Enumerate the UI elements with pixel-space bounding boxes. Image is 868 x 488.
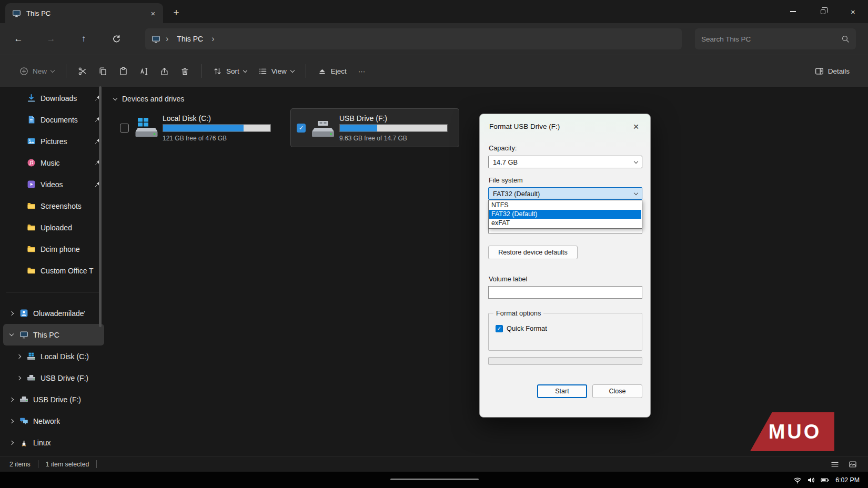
quick-format-checkbox[interactable]: ✓ — [496, 325, 503, 332]
dialog-title: Format USB Drive (F:) — [489, 123, 560, 130]
option-ntfs[interactable]: NTFS — [489, 201, 641, 210]
drive-tile-local-disk-c[interactable]: Local Disk (C:) 121 GB free of 476 GB — [114, 108, 288, 147]
option-fat32-default[interactable]: FAT32 (Default) — [489, 210, 641, 219]
refresh-icon — [112, 35, 121, 44]
capacity-bar — [339, 124, 448, 132]
refresh-button[interactable] — [107, 29, 126, 48]
volume-label-input[interactable] — [488, 286, 642, 299]
sidebar-item-custom-office[interactable]: Custom Office T — [3, 260, 104, 281]
minimize-icon — [790, 11, 796, 12]
details-pane-icon — [815, 67, 824, 76]
chevron-right-icon — [9, 440, 14, 444]
rename-button[interactable] — [134, 60, 154, 82]
sidebar-item-network[interactable]: Network — [3, 410, 104, 432]
details-label: Details — [828, 67, 850, 75]
view-button[interactable]: View — [253, 60, 300, 82]
sidebar-item-this-pc[interactable]: This PC — [3, 324, 104, 345]
this-pc-icon — [19, 330, 28, 339]
sort-button[interactable]: Sort — [207, 60, 253, 82]
copy-button[interactable] — [93, 60, 113, 82]
restore-device-defaults-button[interactable]: Restore device defaults — [488, 246, 578, 259]
new-tab-button[interactable]: + — [168, 5, 184, 21]
breadcrumb: › This PC › — [145, 28, 682, 49]
sidebar-item-linux[interactable]: Linux — [3, 432, 104, 453]
cut-icon — [78, 67, 87, 76]
new-icon — [19, 67, 28, 76]
sidebar-item-local-disk-c[interactable]: Local Disk (C:) — [3, 345, 104, 367]
large-icons-view-toggle[interactable] — [847, 459, 859, 470]
search-icon — [841, 35, 850, 43]
chevron-down-icon — [113, 96, 117, 100]
eject-button[interactable]: Eject — [312, 60, 352, 82]
rename-icon — [139, 67, 148, 76]
option-exfat[interactable]: exFAT — [489, 219, 641, 228]
wifi-icon[interactable] — [792, 475, 803, 485]
usb-drive-icon — [19, 395, 28, 404]
sidebar-item-music[interactable]: Music — [3, 152, 104, 174]
delete-button[interactable] — [175, 60, 195, 82]
up-button[interactable]: ↑ — [74, 29, 93, 48]
taskbar-clock[interactable]: 6:02 PM — [833, 476, 864, 484]
status-divider — [38, 460, 38, 468]
usb-drive-icon — [27, 373, 36, 382]
section-header-devices-and-drives[interactable]: Devices and drives — [114, 95, 184, 103]
linux-icon — [19, 438, 28, 447]
battery-icon[interactable] — [820, 475, 830, 485]
close-button[interactable]: × — [838, 0, 868, 23]
local-disk-drive-icon — [134, 117, 159, 138]
local-disk-icon — [27, 352, 36, 361]
quick-format-row[interactable]: ✓ Quick Format — [496, 324, 547, 332]
drive-tile-usb-f[interactable]: ✓ USB Drive (F:) 9.63 GB free of 14.7 GB — [290, 108, 459, 147]
share-icon — [160, 67, 169, 76]
breadcrumb-this-pc[interactable]: This PC — [174, 33, 206, 45]
forward-button[interactable]: → — [42, 29, 60, 48]
tab-close-button[interactable]: × — [146, 6, 160, 20]
monitor-icon — [12, 9, 21, 18]
drive-name: USB Drive (F:) — [339, 114, 448, 123]
paste-button[interactable] — [113, 60, 134, 82]
close-dialog-button[interactable]: Close — [592, 384, 642, 398]
sidebar-item-videos[interactable]: Videos — [3, 174, 104, 195]
dialog-close-button[interactable]: × — [628, 119, 644, 135]
sidebar-item-pictures[interactable]: Pictures — [3, 130, 104, 152]
search-input[interactable] — [701, 35, 837, 43]
share-button[interactable] — [154, 60, 175, 82]
chevron-right-icon — [9, 311, 14, 315]
sidebar-item-documents[interactable]: Documents — [3, 109, 104, 130]
chevron-right-icon — [9, 397, 14, 401]
folder-icon — [27, 266, 36, 275]
sidebar-item-usb-drive-f-2[interactable]: USB Drive (F:) — [3, 389, 104, 410]
details-button[interactable]: Details — [809, 60, 855, 82]
sidebar-item-downloads[interactable]: Downloads — [3, 87, 104, 109]
cut-button[interactable] — [72, 60, 93, 82]
sidebar-item-user-profile[interactable]: Oluwademilade' — [3, 302, 104, 324]
eject-icon — [318, 67, 327, 76]
see-more-button[interactable]: ··· — [352, 60, 371, 82]
status-bar: 2 items 1 item selected — [0, 456, 868, 472]
items-count: 2 items — [9, 461, 31, 468]
folder-icon — [27, 201, 36, 210]
restore-button[interactable] — [808, 0, 838, 23]
toolbar-divider — [306, 64, 306, 78]
sidebar-item-uploaded[interactable]: Uploaded — [3, 217, 104, 238]
drive-checkbox[interactable]: ✓ — [297, 124, 306, 133]
documents-icon — [27, 115, 36, 124]
start-button[interactable]: Start — [537, 384, 587, 398]
titlebar: This PC × + × — [0, 0, 868, 23]
sidebar-item-usb-drive-f[interactable]: USB Drive (F:) — [3, 367, 104, 389]
tab-this-pc[interactable]: This PC × — [5, 3, 163, 23]
drive-checkbox[interactable] — [120, 124, 129, 133]
volume-icon[interactable] — [806, 475, 816, 485]
minimize-button[interactable] — [778, 0, 808, 23]
sort-label: Sort — [226, 67, 239, 75]
file-explorer-window: This PC × + × ← → ↑ › This PC › — [0, 0, 868, 488]
music-icon — [27, 158, 36, 167]
new-button[interactable]: New — [14, 60, 60, 82]
details-view-toggle[interactable] — [829, 459, 841, 470]
sidebar-item-screenshots[interactable]: Screenshots — [3, 195, 104, 217]
capacity-dropdown[interactable]: 14.7 GB — [488, 156, 642, 168]
sidebar-item-dcim-phone[interactable]: Dcim phone — [3, 238, 104, 260]
sidebar-scrollbar[interactable] — [99, 86, 102, 327]
back-button[interactable]: ← — [9, 29, 28, 48]
file-system-dropdown[interactable]: FAT32 (Default) — [488, 187, 642, 200]
